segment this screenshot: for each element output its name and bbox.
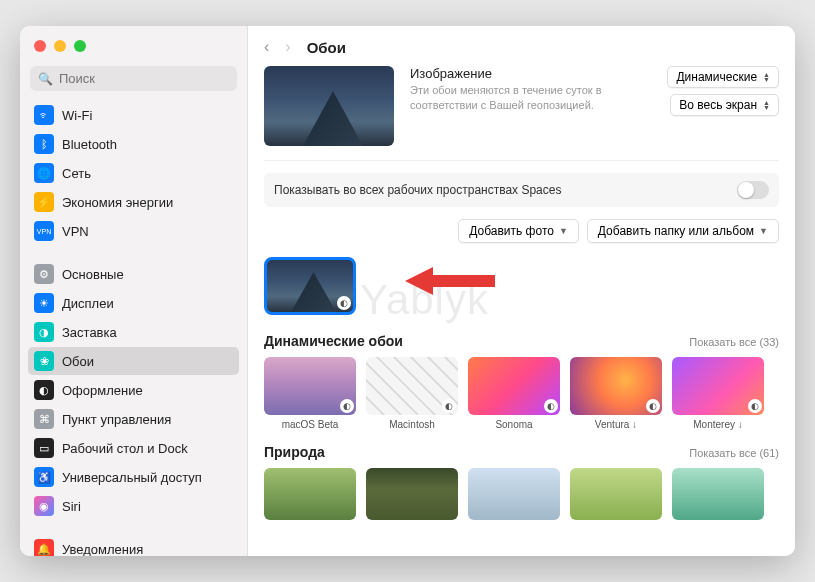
wallpaper-selects: Динамические▲▼ Во весь экран▲▼ [667, 66, 779, 146]
wallpaper-thumb-ventura[interactable]: ◐Ventura ↓ [570, 357, 662, 430]
siri-icon: ◉ [34, 496, 54, 516]
chevron-updown-icon: ▲▼ [763, 100, 770, 110]
page-title: Обои [307, 39, 346, 56]
add-folder-button[interactable]: Добавить папку или альбом▼ [587, 219, 779, 243]
accessibility-icon: ♿ [34, 467, 54, 487]
sidebar-item-label: Пункт управления [62, 412, 171, 427]
wallpaper-thumb-monterey[interactable]: ◐Monterey ↓ [672, 357, 764, 430]
thumb-label: Ventura ↓ [595, 419, 637, 430]
wallpaper-thumb-sonoma[interactable]: ◐Sonoma [468, 357, 560, 430]
section-title: Динамические обои [264, 333, 403, 349]
sidebar-item-label: VPN [62, 224, 89, 239]
sidebar-item-label: Заставка [62, 325, 117, 340]
wallpaper-thumb-beta[interactable]: ◐macOS Beta [264, 357, 356, 430]
thumb-label: macOS Beta [282, 419, 339, 430]
sidebar-item-label: Bluetooth [62, 137, 117, 152]
wallpaper-description: Эти обои меняются в течение суток в соот… [410, 83, 651, 114]
window-controls [20, 26, 247, 62]
sidebar-item-label: Рабочий стол и Dock [62, 441, 188, 456]
sidebar-item-label: Обои [62, 354, 94, 369]
sidebar-item-energy[interactable]: ⚡Экономия энергии [28, 188, 239, 216]
sidebar-item-accessibility[interactable]: ♿Универсальный доступ [28, 463, 239, 491]
wallpaper-preview-row: Изображение Эти обои меняются в течение … [264, 66, 779, 161]
show-all-spaces-label: Показывать во всех рабочих пространствах… [274, 183, 561, 197]
current-wallpaper-thumb[interactable]: ◐ [264, 257, 356, 315]
screensaver-icon: ◑ [34, 322, 54, 342]
sidebar-item-dock[interactable]: ▭Рабочий стол и Dock [28, 434, 239, 462]
sidebar-item-bluetooth[interactable]: ᛒBluetooth [28, 130, 239, 158]
sidebar: 🔍 ᯤWi-Fi ᛒBluetooth 🌐Сеть ⚡Экономия энер… [20, 26, 248, 556]
chevron-down-icon: ▼ [759, 226, 768, 236]
fullscreen-button[interactable] [74, 40, 86, 52]
section-dynamic-header: Динамические обои Показать все (33) [264, 333, 779, 349]
sidebar-item-control-center[interactable]: ⌘Пункт управления [28, 405, 239, 433]
show-all-spaces-row: Показывать во всех рабочих пространствах… [264, 173, 779, 207]
dynamic-thumbs-row: ◐macOS Beta ◐Macintosh ◐Sonoma ◐Ventura … [264, 357, 779, 430]
energy-icon: ⚡ [34, 192, 54, 212]
thumb-label: Monterey ↓ [693, 419, 742, 430]
appearance-icon: ◐ [34, 380, 54, 400]
sidebar-item-siri[interactable]: ◉Siri [28, 492, 239, 520]
chevron-updown-icon: ▲▼ [763, 72, 770, 82]
network-icon: 🌐 [34, 163, 54, 183]
show-all-link[interactable]: Показать все (61) [689, 447, 779, 459]
content: Изображение Эти обои меняются в течение … [248, 66, 795, 556]
select-label: Во весь экран [679, 98, 757, 112]
show-all-spaces-toggle[interactable] [737, 181, 769, 199]
wallpaper-thumb-macintosh[interactable]: ◐Macintosh [366, 357, 458, 430]
dynamic-badge-icon: ◐ [442, 399, 456, 413]
sidebar-item-network[interactable]: 🌐Сеть [28, 159, 239, 187]
section-title: Природа [264, 444, 325, 460]
thumb-label: Macintosh [389, 419, 435, 430]
button-label: Добавить фото [469, 224, 554, 238]
close-button[interactable] [34, 40, 46, 52]
sidebar-item-label: Сеть [62, 166, 91, 181]
add-photo-button[interactable]: Добавить фото▼ [458, 219, 579, 243]
wallpaper-thumb-nature[interactable] [672, 468, 764, 520]
sidebar-item-wallpaper[interactable]: ❀Обои [28, 347, 239, 375]
sidebar-item-wifi[interactable]: ᯤWi-Fi [28, 101, 239, 129]
search-input[interactable] [59, 71, 229, 86]
minimize-button[interactable] [54, 40, 66, 52]
sidebar-item-notifications[interactable]: 🔔Уведомления [28, 535, 239, 556]
nature-thumbs-row [264, 468, 779, 520]
select-fill-mode[interactable]: Во весь экран▲▼ [670, 94, 779, 116]
select-label: Динамические [676, 70, 757, 84]
section-nature-header: Природа Показать все (61) [264, 444, 779, 460]
sidebar-item-displays[interactable]: ☀Дисплеи [28, 289, 239, 317]
sidebar-item-label: Основные [62, 267, 124, 282]
sidebar-item-screensaver[interactable]: ◑Заставка [28, 318, 239, 346]
bell-icon: 🔔 [34, 539, 54, 556]
wallpaper-icon: ❀ [34, 351, 54, 371]
sidebar-nav: ᯤWi-Fi ᛒBluetooth 🌐Сеть ⚡Экономия энерги… [20, 101, 247, 556]
sidebar-item-general[interactable]: ⚙Основные [28, 260, 239, 288]
thumb-label: Sonoma [495, 419, 532, 430]
dynamic-badge-icon: ◐ [748, 399, 762, 413]
button-label: Добавить папку или альбом [598, 224, 754, 238]
back-button[interactable]: ‹ [264, 38, 269, 56]
dynamic-badge-icon: ◐ [337, 296, 351, 310]
wallpaper-thumb-nature[interactable] [264, 468, 356, 520]
action-buttons: Добавить фото▼ Добавить папку или альбом… [264, 219, 779, 243]
dock-icon: ▭ [34, 438, 54, 458]
sidebar-item-vpn[interactable]: VPNVPN [28, 217, 239, 245]
header: ‹ › Обои [248, 26, 795, 66]
chevron-down-icon: ▼ [559, 226, 568, 236]
forward-button[interactable]: › [285, 38, 290, 56]
show-all-link[interactable]: Показать все (33) [689, 336, 779, 348]
display-icon: ☀ [34, 293, 54, 313]
wallpaper-thumb-nature[interactable] [468, 468, 560, 520]
dynamic-badge-icon: ◐ [646, 399, 660, 413]
wallpaper-preview [264, 66, 394, 146]
search-field[interactable]: 🔍 [30, 66, 237, 91]
dynamic-badge-icon: ◐ [544, 399, 558, 413]
wifi-icon: ᯤ [34, 105, 54, 125]
select-dynamic-type[interactable]: Динамические▲▼ [667, 66, 779, 88]
wallpaper-thumb-nature[interactable] [366, 468, 458, 520]
wallpaper-thumb-nature[interactable] [570, 468, 662, 520]
sidebar-item-appearance[interactable]: ◐Оформление [28, 376, 239, 404]
sidebar-item-label: Универсальный доступ [62, 470, 202, 485]
main-panel: ‹ › Обои Изображение Эти обои меняются в… [248, 26, 795, 556]
sidebar-item-label: Экономия энергии [62, 195, 173, 210]
wallpaper-meta: Изображение Эти обои меняются в течение … [410, 66, 651, 146]
